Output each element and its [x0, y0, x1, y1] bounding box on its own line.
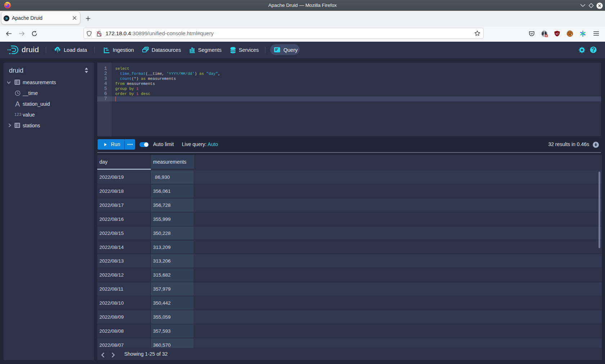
svg-text:uO: uO: [556, 32, 559, 35]
